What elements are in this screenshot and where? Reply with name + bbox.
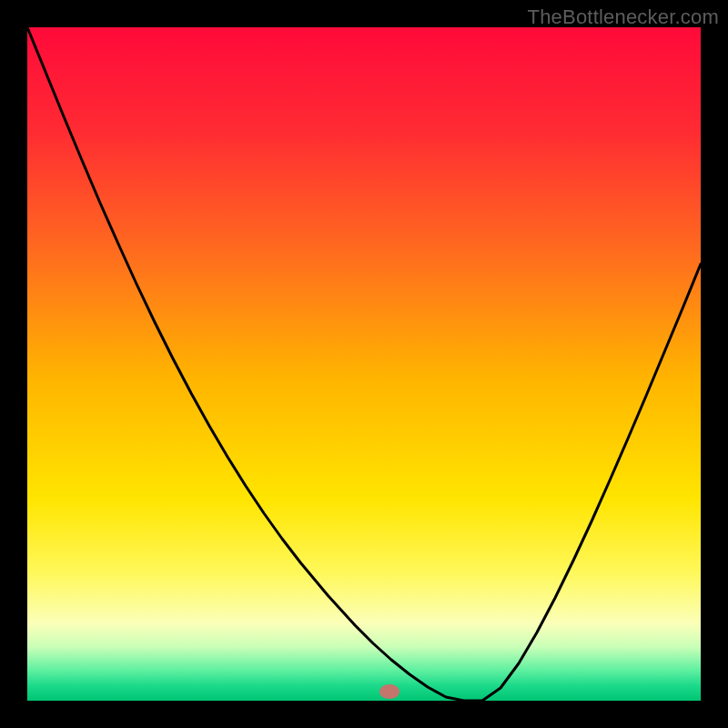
chart-svg	[27, 27, 701, 701]
bottleneck-marker	[379, 684, 399, 699]
chart-frame: TheBottlenecker.com	[0, 0, 728, 728]
gradient-background	[27, 27, 701, 701]
plot-area	[27, 27, 701, 701]
watermark-text: TheBottlenecker.com	[528, 5, 719, 29]
